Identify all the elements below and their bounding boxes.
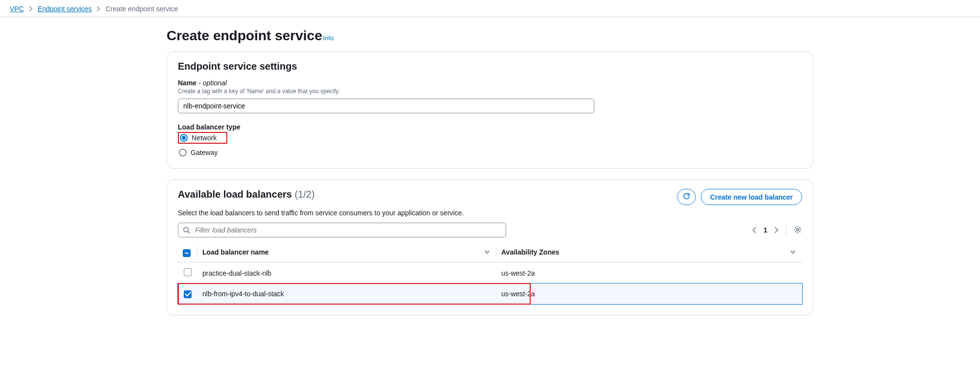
breadcrumb-endpoint-services[interactable]: Endpoint services (38, 5, 92, 13)
gear-icon (793, 225, 802, 235)
row-az-text: us-west-2a (501, 290, 535, 298)
breadcrumb: VPC Endpoint services Create endpoint se… (0, 0, 980, 17)
settings-panel: Endpoint service settings Name - optiona… (167, 52, 813, 169)
radio-gateway-label: Gateway (191, 149, 218, 156)
select-all-header[interactable] (178, 242, 197, 262)
col-name-label: Load balancer name (202, 248, 269, 256)
chevron-right-icon (97, 6, 100, 12)
table-settings-button[interactable] (793, 225, 802, 235)
search-icon (183, 227, 190, 234)
row-az: us-west-2a (496, 262, 802, 284)
row-name-text: nlb-from-ipv4-to-dual-stack (202, 290, 284, 298)
prev-page-button[interactable] (752, 227, 757, 233)
lb-heading: Available load balancers (1/2) (178, 189, 315, 200)
row-name: nlb-from-ipv4-to-dual-stack (197, 284, 496, 304)
page-number: 1 (763, 226, 767, 234)
lb-type-label-text: Load balancer type (178, 123, 241, 131)
radio-input-network[interactable] (180, 134, 188, 142)
refresh-button[interactable] (677, 189, 696, 205)
create-load-balancer-label: Create new load balancer (710, 193, 793, 201)
col-az-label: Availability Zones (501, 248, 560, 256)
lb-desc: Select the load balancers to send traffi… (178, 209, 802, 217)
row-checkbox[interactable] (184, 268, 192, 276)
page-title-text: Create endpoint service (167, 28, 322, 44)
name-label: Name - optional (178, 79, 802, 87)
name-optional: - optional (198, 79, 227, 87)
row-az: us-west-2a (496, 284, 802, 304)
info-link[interactable]: Info (323, 34, 334, 42)
radio-network[interactable]: Network (178, 132, 227, 144)
breadcrumb-vpc[interactable]: VPC (10, 5, 24, 13)
sort-icon (485, 248, 490, 256)
lb-type-radio-group: Network Gateway (178, 132, 802, 157)
sort-icon (790, 248, 795, 256)
pagination: 1 (752, 225, 802, 235)
next-page-button[interactable] (774, 227, 779, 233)
settings-heading: Endpoint service settings (178, 61, 802, 72)
refresh-icon (683, 192, 690, 202)
divider (786, 225, 786, 235)
load-balancer-table: Load balancer name Availability Zones (178, 242, 802, 304)
breadcrumb-current: Create endpoint service (105, 5, 178, 13)
name-label-text: Name (178, 79, 196, 87)
page-title: Create endpoint serviceInfo (167, 28, 813, 44)
col-az[interactable]: Availability Zones (496, 242, 802, 262)
name-input[interactable] (178, 99, 594, 113)
radio-input-gateway[interactable] (179, 149, 187, 156)
col-name[interactable]: Load balancer name (197, 242, 496, 262)
radio-network-label: Network (192, 134, 217, 142)
svg-point-1 (797, 228, 799, 230)
load-balancers-panel: Available load balancers (1/2) Create ne… (167, 180, 813, 315)
lb-heading-text: Available load balancers (178, 189, 292, 200)
chevron-right-icon (29, 6, 33, 12)
table-row[interactable]: practice-dual-stack-nlb us-west-2a (178, 262, 802, 284)
radio-gateway[interactable]: Gateway (178, 148, 222, 157)
filter-input[interactable] (178, 223, 506, 237)
select-all-checkbox[interactable] (183, 249, 191, 257)
lb-type-label: Load balancer type (178, 123, 802, 131)
lb-count: (1/2) (294, 189, 315, 200)
table-row[interactable]: nlb-from-ipv4-to-dual-stack us-west-2a (178, 284, 802, 304)
create-load-balancer-button[interactable]: Create new load balancer (701, 189, 802, 205)
row-checkbox[interactable] (184, 290, 192, 298)
row-name: practice-dual-stack-nlb (197, 262, 496, 284)
name-hint: Create a tag with a key of 'Name' and a … (178, 88, 802, 95)
